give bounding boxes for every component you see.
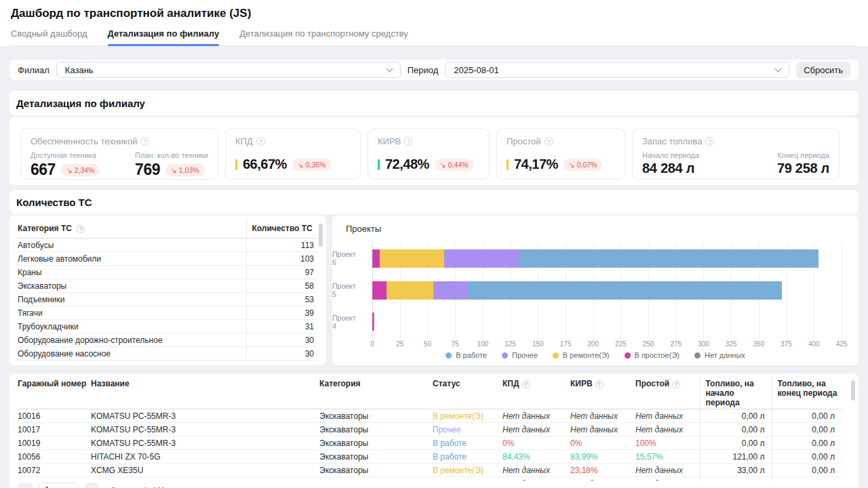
delta-badge: ↘0,07%: [564, 159, 603, 171]
delta-badge: ↘0,36%: [292, 159, 332, 171]
x-axis-tick-label: 375: [781, 340, 792, 348]
x-axis-tick-label: 425: [836, 340, 848, 348]
next-page-button[interactable]: ›: [84, 483, 99, 488]
info-icon[interactable]: ?: [77, 225, 85, 233]
stacked-bar[interactable]: [372, 312, 374, 331]
trend-down-icon: ↘: [298, 161, 304, 169]
vehicles-content-row: Категория ТС ? Количество ТС Автобусы113…: [9, 216, 859, 365]
status-cell: В ремонте(Э): [433, 409, 502, 423]
metric-value: 84 284 л: [642, 161, 699, 176]
bar-segment[interactable]: [372, 281, 387, 300]
delta-badge: ↘1,03%: [165, 164, 205, 176]
vehicle-category-cell: Оборудование насосное: [18, 347, 246, 361]
info-icon[interactable]: ?: [595, 380, 604, 388]
info-icon[interactable]: ?: [140, 137, 149, 146]
vehicle-detail-table: Гаражный номерНазваниеКатегорияСтатусКПД…: [18, 376, 842, 488]
vehicle-category-cell: Экскаваторы: [18, 279, 246, 293]
page-number-input[interactable]: [38, 483, 79, 488]
kirv-cell: Нет данных: [570, 423, 635, 436]
branch-select[interactable]: Казань: [56, 62, 401, 78]
info-icon[interactable]: ?: [522, 380, 530, 388]
bar-segment[interactable]: [372, 249, 380, 268]
legend-label: В простое(Э): [635, 351, 679, 359]
bar-segment[interactable]: [374, 312, 375, 331]
idle-cell: Нет данных: [635, 409, 700, 423]
x-axis-tick-label: 200: [587, 340, 599, 348]
metric-planned: План. кол-во техники 769 ↘1,03%: [135, 151, 208, 179]
bar-segment[interactable]: [444, 249, 520, 268]
vehicles-section-title: Количество ТС: [16, 197, 92, 208]
tab-summary-dashboard[interactable]: Сводный дашборд: [11, 26, 87, 45]
scrollbar-thumb[interactable]: [319, 224, 323, 247]
vehicle-count-table: Категория ТС ? Количество ТС Автобусы113…: [18, 220, 317, 361]
chart-x-axis-ticks: 0255075100125150175200225250275300325350…: [372, 340, 842, 348]
availability-metrics: Доступная техника 667 ↘2,34% План. кол-в…: [31, 151, 208, 179]
kpd-cell: Нет данных: [502, 423, 570, 436]
vehicle-count-cell: 103: [246, 252, 317, 266]
kpi-card-title: Запас топлива: [642, 136, 702, 146]
kpi-card-fuel: Запас топлива? Начало периода 84 284 л К…: [632, 128, 840, 180]
scrollbar-thumb[interactable]: [851, 380, 855, 401]
x-axis-tick-label: 175: [560, 340, 572, 348]
x-axis-tick-label: 225: [615, 340, 627, 348]
period-select-value: 2025-08-01: [454, 65, 499, 75]
count-table-row: Тягачи39: [18, 306, 317, 320]
kpi-card-kirv: КИРВ? 72,48% ↘0,44%: [368, 128, 490, 180]
column-header-category: Категория ТС ?: [18, 220, 246, 239]
tab-vehicle-detail[interactable]: Детализация по транспортному средству: [239, 26, 408, 45]
column-header: Топливо, на конец периода: [772, 376, 842, 409]
filter-bar: Филиал Казань Период 2025-08-01 Сбросить: [9, 60, 859, 80]
x-axis-tick-label: 275: [670, 340, 682, 348]
category-cell: Экскаваторы: [319, 436, 433, 450]
delta-value: 1,03%: [179, 166, 199, 174]
stacked-bar[interactable]: [372, 281, 782, 300]
reset-filters-button[interactable]: Сбросить: [796, 62, 850, 78]
bar-segment[interactable]: [520, 249, 818, 268]
info-icon[interactable]: ?: [256, 137, 265, 146]
kpi-value: 74,17%: [514, 157, 558, 172]
status-cell: В работе: [433, 450, 502, 464]
metric-value: 769: [135, 161, 160, 179]
gridline: [842, 243, 842, 338]
x-axis-tick-label: 400: [808, 340, 820, 348]
legend-item[interactable]: В ремонте(Э): [553, 351, 610, 359]
prev-page-button[interactable]: ‹: [18, 483, 33, 488]
legend-item[interactable]: В работе: [446, 351, 487, 359]
vehicle-count-cell: 97: [246, 266, 317, 279]
legend-item[interactable]: Нет данных: [694, 351, 745, 359]
projects-chart-card: Проекты Проект 6Проект 5Проект 4 0255075…: [332, 216, 859, 365]
info-icon[interactable]: ?: [404, 137, 413, 146]
accent-bar: [235, 159, 237, 170]
x-axis-tick-label: 325: [726, 340, 737, 348]
vehicle-category-cell: Тягачи: [18, 306, 246, 320]
bar-segment[interactable]: [380, 249, 443, 268]
legend-dot-icon: [446, 352, 452, 359]
vehicle-count-cell: 113: [246, 239, 317, 252]
period-select[interactable]: 2025-08-01: [445, 62, 789, 78]
metric-value: 79 258 л: [777, 161, 829, 176]
vehicle-category-cell: Трубоукладчики: [18, 320, 246, 333]
stacked-bar[interactable]: [372, 249, 818, 268]
delta-badge: ↘0,44%: [435, 159, 474, 171]
bar-segment[interactable]: [467, 281, 782, 300]
x-axis-tick-label: 350: [753, 340, 765, 348]
x-axis-tick-label: 150: [532, 340, 544, 348]
kpi-card-availability: Обеспеченность техникой ? Доступная техн…: [20, 128, 218, 180]
column-header-count: Количество ТС: [246, 220, 317, 239]
bar-segment[interactable]: [387, 281, 433, 300]
y-axis-category-label: Проект 6: [332, 243, 367, 274]
column-header: Категория: [319, 376, 433, 409]
bar-segment[interactable]: [433, 281, 467, 300]
legend-item[interactable]: Прочее: [502, 351, 538, 359]
info-icon[interactable]: ?: [705, 137, 714, 146]
garage-number-cell: 10056: [18, 450, 91, 464]
pagination-bar: ‹ › Строки: 1–100: [9, 481, 859, 488]
legend-item[interactable]: В простое(Э): [625, 351, 679, 359]
info-icon[interactable]: ?: [672, 380, 680, 388]
count-table-row: Краны97: [18, 266, 317, 279]
tab-branch-detail[interactable]: Детализация по филиалу: [108, 26, 220, 45]
dashboard-page: Дашборд по транспортной аналитике (JS) С…: [0, 0, 868, 488]
idle-cell: 15,57%: [635, 450, 700, 464]
info-icon[interactable]: ?: [545, 137, 553, 146]
column-header: Название: [91, 376, 319, 409]
